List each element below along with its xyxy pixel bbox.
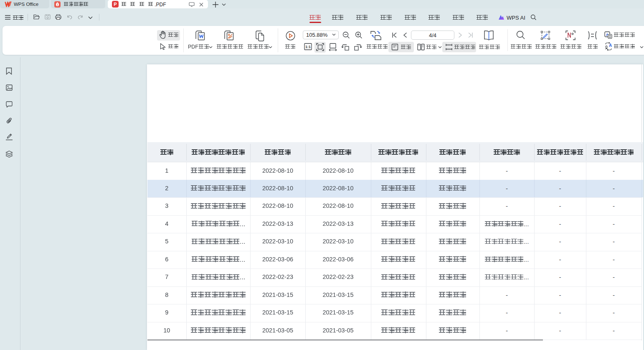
svg-text:A: A xyxy=(609,43,612,48)
svg-text:1:1: 1:1 xyxy=(305,45,311,49)
